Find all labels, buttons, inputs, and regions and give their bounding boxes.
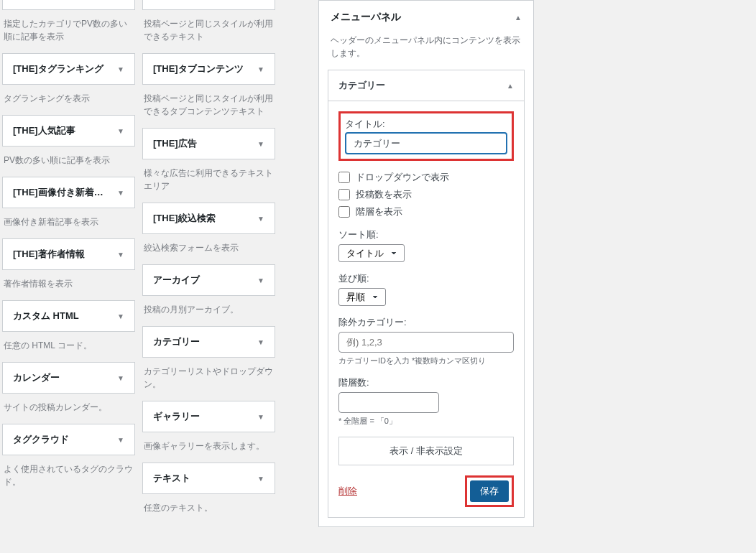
widget-desc: PV数の多い順に記事を表示	[2, 147, 135, 177]
menu-panel: メニューパネル ▲ ヘッダーのメニューパネル内にコンテンツを表示します。 カテゴ…	[318, 0, 534, 527]
widget-header-filter-search[interactable]: [THE]絞込検索▼	[142, 203, 275, 234]
widget-desc: 投稿の月別アーカイブ。	[142, 296, 275, 326]
caret-up-icon: ▲	[507, 82, 514, 90]
caret-down-icon: ▼	[257, 338, 264, 346]
widget-desc: 画像付き新着記事を表示	[2, 208, 135, 238]
depth-hint: * 全階層 = 「0」	[338, 416, 514, 427]
sort-select[interactable]: タイトル	[338, 244, 405, 262]
widget-header-category[interactable]: カテゴリー▼	[142, 326, 275, 358]
caret-down-icon: ▼	[117, 127, 124, 135]
hierarchy-checkbox-label: 階層を表示	[356, 205, 402, 218]
panel-title: メニューパネル	[331, 11, 401, 24]
title-label: タイトル:	[345, 118, 507, 131]
widget-header-calendar[interactable]: カレンダー▼	[2, 362, 135, 394]
widget-desc: 著作者情報を表示	[2, 270, 135, 300]
caret-down-icon: ▼	[117, 189, 124, 197]
visibility-toggle-button[interactable]: 表示 / 非表示設定	[338, 437, 514, 465]
save-button[interactable]: 保存	[470, 480, 509, 502]
caret-down-icon: ▼	[117, 312, 124, 320]
caret-down-icon: ▼	[117, 251, 124, 259]
widget-header-author[interactable]: [THE]著作者情報▼	[2, 238, 135, 270]
widget-desc: 投稿ページと同じスタイルが利用できるテキスト	[142, 10, 275, 53]
widget-header[interactable]	[2, 0, 135, 10]
exclude-input[interactable]	[338, 332, 514, 353]
widget-desc: サイトの投稿カレンダー。	[2, 394, 135, 424]
exclude-hint: カテゴリーIDを入力 *複数時カンマ区切り	[338, 356, 514, 366]
caret-down-icon: ▼	[257, 475, 264, 483]
widget-header-text[interactable]: テキスト▼	[142, 463, 275, 494]
caret-up-icon: ▲	[515, 14, 522, 22]
widget-desc: 画像ギャラリーを表示します。	[142, 432, 275, 463]
caret-down-icon: ▼	[257, 215, 264, 223]
dropdown-checkbox[interactable]	[338, 172, 350, 183]
caret-down-icon: ▼	[257, 413, 264, 421]
widget-desc: 絞込検索フォームを表示	[142, 234, 275, 264]
panel-description: ヘッダーのメニューパネル内にコンテンツを表示します。	[319, 34, 533, 70]
widget-header-gallery[interactable]: ギャラリー▼	[142, 401, 275, 432]
widget-header-ad[interactable]: [THE]広告▼	[142, 128, 275, 159]
title-input[interactable]	[345, 132, 507, 154]
caret-down-icon: ▼	[257, 65, 264, 73]
widget-header-custom-html[interactable]: カスタム HTML▼	[2, 300, 135, 332]
widget-desc: 様々な広告に利用できるテキストエリア	[142, 159, 275, 203]
widget-desc: 投稿ページと同じスタイルが利用できるタブコンテンツテキスト	[142, 85, 275, 128]
panel-header[interactable]: メニューパネル ▲	[319, 1, 533, 34]
order-label: 並び順:	[338, 272, 514, 285]
widget-header-popular[interactable]: [THE]人気記事▼	[2, 115, 135, 147]
delete-link[interactable]: 削除	[338, 485, 357, 498]
widget-desc: タグランキングを表示	[2, 85, 135, 115]
widget-header-image-new[interactable]: [THE]画像付き新着…▼	[2, 177, 135, 208]
widget-desc: よく使用されているタグのクラウド。	[2, 455, 135, 498]
widget-header-tagcloud[interactable]: タグクラウド▼	[2, 424, 135, 455]
caret-down-icon: ▼	[257, 140, 264, 148]
caret-down-icon: ▼	[117, 65, 124, 73]
widget-desc: 任意の HTML コード。	[2, 332, 135, 362]
widget-desc: 任意のテキスト。	[142, 494, 275, 524]
depth-input[interactable]	[338, 392, 439, 413]
count-checkbox[interactable]	[338, 189, 350, 200]
widget-header[interactable]	[142, 0, 275, 10]
sort-label: ソート順:	[338, 228, 514, 241]
widget-desc: 指定したカテゴリでPV数の多い順に記事を表示	[2, 10, 135, 53]
hierarchy-checkbox[interactable]	[338, 206, 350, 218]
config-header[interactable]: カテゴリー ▲	[328, 70, 524, 101]
widget-header-tab-content[interactable]: [THE]タブコンテンツ▼	[142, 53, 275, 85]
caret-down-icon: ▼	[117, 374, 124, 382]
dropdown-checkbox-label: ドロップダウンで表示	[356, 171, 449, 184]
widget-header-tag-ranking[interactable]: [THE]タグランキング▼	[2, 53, 135, 85]
depth-label: 階層数:	[338, 376, 514, 389]
highlight-box: タイトル:	[338, 111, 514, 161]
count-checkbox-label: 投稿数を表示	[356, 188, 412, 201]
widget-config: カテゴリー ▲ タイトル: ドロップダウンで表示 投稿数を表示	[328, 70, 525, 518]
exclude-label: 除外カテゴリー:	[338, 316, 514, 329]
widget-header-archive[interactable]: アーカイブ▼	[142, 264, 275, 296]
highlight-box: 保存	[465, 475, 514, 507]
order-select[interactable]: 昇順	[338, 288, 386, 306]
widget-desc: カテゴリーリストやドロップダウン。	[142, 358, 275, 401]
caret-down-icon: ▼	[117, 436, 124, 444]
caret-down-icon: ▼	[257, 276, 264, 284]
